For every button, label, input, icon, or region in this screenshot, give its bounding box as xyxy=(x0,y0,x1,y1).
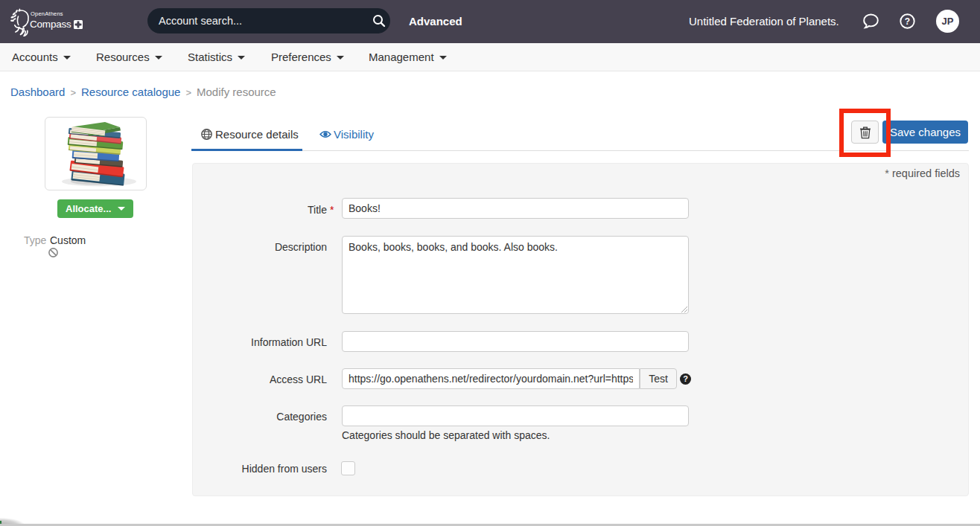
svg-text:?: ? xyxy=(905,16,910,27)
